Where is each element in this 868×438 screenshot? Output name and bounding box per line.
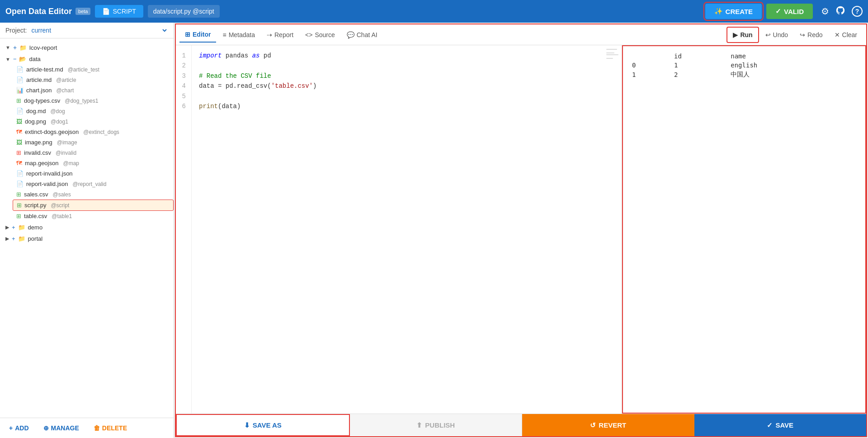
folder-data[interactable]: ▼ − 📂 data bbox=[0, 54, 174, 64]
line-numbers: 1 2 3 4 5 6 bbox=[176, 45, 192, 414]
output-row-0-name: english bbox=[729, 61, 858, 70]
revert-button[interactable]: ↺ REVERT bbox=[522, 414, 694, 436]
file-icon-dog-md: 📄 bbox=[16, 108, 24, 114]
clear-label: Clear bbox=[842, 31, 857, 38]
manage-button[interactable]: ⊕ MANAGE bbox=[40, 423, 83, 433]
tab-source[interactable]: <> Source bbox=[300, 28, 340, 42]
tab-report[interactable]: ⇢ Report bbox=[261, 28, 299, 42]
editor-output: 1 2 3 4 5 6 import pandas as pd # Read t… bbox=[176, 45, 866, 414]
file-table-csv[interactable]: ⊞ table.csv @table1 bbox=[13, 211, 174, 221]
file-script-py[interactable]: ⊞ script.py @script bbox=[13, 200, 174, 211]
redo-label: Redo bbox=[807, 31, 822, 38]
save-as-icon: ⬇ bbox=[244, 421, 250, 429]
publish-icon: ⬆ bbox=[416, 421, 422, 429]
project-dropdown[interactable]: current bbox=[29, 26, 168, 34]
save-as-button[interactable]: ⬇ SAVE AS bbox=[176, 414, 350, 436]
add-button[interactable]: + ADD bbox=[5, 423, 33, 433]
script-tab-button[interactable]: 📄 SCRIPT bbox=[95, 5, 143, 18]
file-dog-md[interactable]: 📄 dog.md @dog bbox=[13, 106, 174, 116]
folder-icon: + bbox=[13, 44, 17, 51]
delete-label: DELETE bbox=[102, 424, 127, 432]
file-sales-csv[interactable]: ⊞ sales.csv @sales bbox=[13, 189, 174, 200]
run-icon: ▶ bbox=[733, 31, 738, 38]
redo-button[interactable]: ↪ Redo bbox=[794, 28, 828, 42]
minimap bbox=[606, 49, 620, 60]
output-col-empty bbox=[630, 52, 672, 61]
expand-icon: ▼ bbox=[5, 45, 10, 50]
file-dog-types-csv[interactable]: ⊞ dog-types.csv @dog_types1 bbox=[13, 95, 174, 106]
output-row-0-index: 0 bbox=[630, 61, 672, 70]
report-label: Report bbox=[274, 31, 293, 38]
file-report-invalid-json[interactable]: 📄 report-invalid.json bbox=[13, 168, 174, 179]
tab-chat[interactable]: 💬 Chat AI bbox=[341, 28, 383, 42]
file-map-geojson[interactable]: 🗺 map.geojson @map bbox=[13, 158, 174, 168]
valid-label: VALID bbox=[784, 8, 804, 15]
help-icon[interactable]: ? bbox=[852, 6, 863, 17]
output-row-1: 1 2 中国人 bbox=[630, 70, 858, 80]
output-row-1-id: 2 bbox=[672, 70, 729, 80]
folder-portal[interactable]: ▶ + 📁 portal bbox=[0, 233, 174, 244]
file-tree: ▼ + 📁 lcov-report ▼ − 📂 data 📄 art bbox=[0, 38, 174, 418]
file-extinct-dogs-geojson[interactable]: 🗺 extinct-dogs.geojson @extinct_dogs bbox=[13, 127, 174, 137]
output-row-1-name: 中国人 bbox=[729, 70, 858, 80]
file-icon-image: 🖼 bbox=[16, 139, 22, 146]
data-folder-children: 📄 article-test.md @article_test 📄 articl… bbox=[0, 64, 174, 221]
delete-button[interactable]: 🗑 DELETE bbox=[90, 423, 131, 433]
folder-label: 📁 bbox=[19, 44, 27, 51]
metadata-icon: ≡ bbox=[222, 31, 226, 38]
file-icon-table: ⊞ bbox=[16, 213, 21, 219]
editor-icon: ⊞ bbox=[185, 31, 190, 38]
github-icon[interactable] bbox=[835, 5, 845, 18]
file-dog-png[interactable]: 🖼 dog.png @dog1 bbox=[13, 116, 174, 127]
demo-folder-icon: 📁 bbox=[18, 224, 25, 231]
file-image-png[interactable]: 🖼 image.png @image bbox=[13, 137, 174, 148]
clear-button[interactable]: ✕ Clear bbox=[829, 28, 863, 42]
file-chart-json[interactable]: 📊 chart.json @chart bbox=[13, 85, 174, 95]
run-button[interactable]: ▶ Run bbox=[726, 27, 759, 43]
create-button[interactable]: ✨ CREATE bbox=[705, 4, 762, 19]
source-label: Source bbox=[315, 31, 335, 38]
project-selector: Project: current bbox=[0, 23, 174, 38]
tab-editor[interactable]: ⊞ Editor bbox=[179, 27, 216, 43]
file-report-valid-json[interactable]: 📄 report-valid.json @report_valid bbox=[13, 179, 174, 189]
folder-name-portal: portal bbox=[28, 235, 43, 242]
add-label: ADD bbox=[15, 424, 28, 432]
file-icon-report-invalid: 📄 bbox=[16, 170, 24, 177]
revert-label: REVERT bbox=[599, 421, 626, 429]
file-icon-chart: 📊 bbox=[16, 87, 24, 94]
folder-name-lcov: lcov-report bbox=[29, 44, 57, 51]
folder-demo[interactable]: ▶ + 📁 demo bbox=[0, 222, 174, 233]
chat-label: Chat AI bbox=[357, 31, 377, 38]
manage-icon: ⊕ bbox=[43, 424, 49, 432]
file-article-md[interactable]: 📄 article.md @article bbox=[13, 75, 174, 85]
save-icon: ✓ bbox=[767, 421, 773, 429]
project-label: Project: bbox=[5, 27, 27, 34]
file-invalid-csv[interactable]: ⊞ invalid.csv @invalid bbox=[13, 148, 174, 158]
tree-group-portal: ▶ + 📁 portal bbox=[0, 233, 174, 244]
file-icon-dog-types: ⊞ bbox=[16, 97, 21, 104]
code-content: 1 2 3 4 5 6 import pandas as pd # Read t… bbox=[176, 45, 622, 414]
beta-badge: beta bbox=[75, 8, 90, 15]
folder-minus-icon: − bbox=[13, 56, 17, 62]
expand-icon-data: ▼ bbox=[5, 57, 10, 62]
file-article-test-md[interactable]: 📄 article-test.md @article_test bbox=[13, 64, 174, 75]
chat-icon: 💬 bbox=[347, 31, 354, 38]
code-editor[interactable]: 1 2 3 4 5 6 import pandas as pd # Read t… bbox=[176, 45, 622, 414]
file-icon-report-valid: 📄 bbox=[16, 181, 24, 187]
undo-icon: ↩ bbox=[765, 31, 771, 38]
tab-metadata[interactable]: ≡ Metadata bbox=[217, 28, 260, 42]
settings-icon[interactable]: ⚙ bbox=[821, 6, 829, 17]
toolbar: ⊞ Editor ≡ Metadata ⇢ Report <> Source 💬… bbox=[176, 24, 866, 45]
undo-label: Undo bbox=[773, 31, 788, 38]
folder-lcov-report[interactable]: ▼ + 📁 lcov-report bbox=[0, 42, 174, 53]
undo-button[interactable]: ↩ Undo bbox=[760, 28, 793, 42]
delete-icon: 🗑 bbox=[94, 424, 100, 432]
portal-folder-icon: 📁 bbox=[18, 235, 25, 242]
save-button[interactable]: ✓ SAVE bbox=[694, 414, 867, 436]
valid-button[interactable]: ✓ VALID bbox=[766, 4, 813, 19]
file-icon-extinct: 🗺 bbox=[16, 129, 22, 135]
metadata-label: Metadata bbox=[229, 31, 255, 38]
output-header-row: id name bbox=[630, 52, 858, 61]
publish-button[interactable]: ⬆ PUBLISH bbox=[350, 414, 523, 436]
manage-label: MANAGE bbox=[51, 424, 79, 432]
